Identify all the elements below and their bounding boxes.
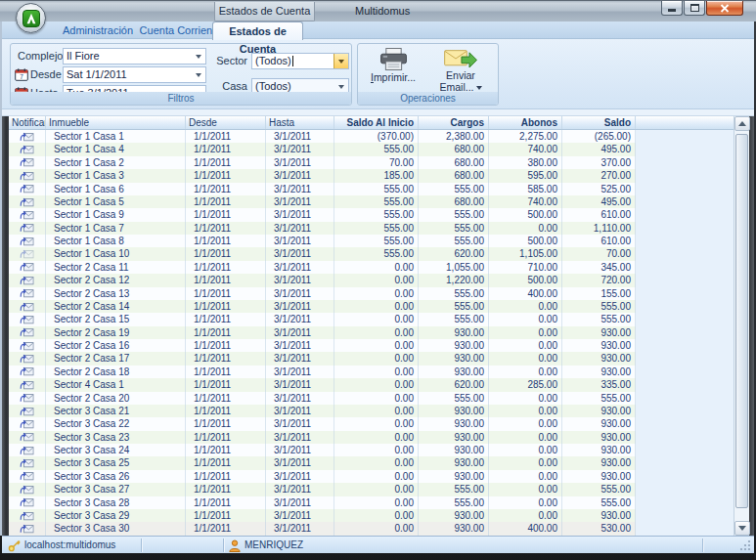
desde-cell[interactable]: 1/1/2011 xyxy=(186,300,266,313)
notify-email-icon[interactable] xyxy=(9,300,46,313)
desde-cell[interactable]: 1/1/2011 xyxy=(186,313,266,325)
table-row[interactable]: Sector 2 Casa 131/1/20113/1/20110.00555.… xyxy=(9,287,734,300)
desde-cell[interactable]: 1/1/2011 xyxy=(186,392,266,405)
inmueble-cell[interactable]: Sector 1 Casa 7 xyxy=(46,222,186,235)
abonos-cell[interactable]: 0.00 xyxy=(489,392,562,405)
notify-email-icon[interactable] xyxy=(9,195,46,208)
hasta-cell[interactable]: 3/1/2011 xyxy=(266,405,334,417)
hasta-cell[interactable]: 3/1/2011 xyxy=(266,130,334,143)
saldo-inicio-cell[interactable]: 555.00 xyxy=(334,143,419,155)
desde-cell[interactable]: 1/1/2011 xyxy=(186,235,266,247)
saldo-inicio-cell[interactable]: 0.00 xyxy=(334,509,419,522)
hasta-cell[interactable]: 3/1/2011 xyxy=(266,208,334,221)
desde-cell[interactable]: 1/1/2011 xyxy=(186,195,266,208)
cargos-cell[interactable]: 555.00 xyxy=(419,222,489,235)
hasta-cell[interactable]: 3/1/2011 xyxy=(266,483,334,495)
saldo-cell[interactable]: 930.00 xyxy=(562,417,636,430)
notify-email-icon[interactable] xyxy=(9,444,46,456)
table-row[interactable]: Sector 3 Casa 261/1/20113/1/20110.00930.… xyxy=(9,470,734,483)
abonos-cell[interactable]: 500.00 xyxy=(489,208,562,221)
desde-cell[interactable]: 1/1/2011 xyxy=(186,247,266,260)
table-row[interactable]: Sector 1 Casa 41/1/20113/1/2011555.00680… xyxy=(9,143,734,155)
saldo-cell[interactable]: 930.00 xyxy=(562,509,636,522)
saldo-inicio-cell[interactable]: 555.00 xyxy=(334,195,419,208)
column-header-inmueble[interactable]: Inmueble xyxy=(46,116,186,129)
saldo-inicio-cell[interactable]: 0.00 xyxy=(334,339,419,352)
saldo-inicio-cell[interactable]: 0.00 xyxy=(334,274,419,286)
inmueble-cell[interactable]: Sector 1 Casa 8 xyxy=(46,235,186,247)
cargos-cell[interactable]: 930.00 xyxy=(419,326,489,339)
inmueble-cell[interactable]: Sector 3 Casa 27 xyxy=(46,483,186,495)
desde-cell[interactable]: 1/1/2011 xyxy=(186,183,266,195)
inmueble-cell[interactable]: Sector 3 Casa 22 xyxy=(46,417,186,430)
notify-email-icon[interactable] xyxy=(9,169,46,182)
desde-cell[interactable]: 1/1/2011 xyxy=(186,352,266,365)
table-row[interactable]: Sector 1 Casa 61/1/20113/1/2011555.00555… xyxy=(9,183,734,195)
chevron-down-icon[interactable] xyxy=(196,73,201,77)
saldo-cell[interactable]: 495.00 xyxy=(562,143,636,155)
hasta-cell[interactable]: 3/1/2011 xyxy=(266,222,334,235)
saldo-cell[interactable]: 930.00 xyxy=(562,444,636,456)
cargos-cell[interactable]: 930.00 xyxy=(419,352,489,365)
table-row[interactable]: Sector 2 Casa 121/1/20113/1/20110.001,22… xyxy=(9,274,734,286)
abonos-cell[interactable]: 0.00 xyxy=(489,313,562,325)
table-row[interactable]: Sector 2 Casa 141/1/20113/1/20110.00555.… xyxy=(9,300,734,313)
hasta-cell[interactable]: 3/1/2011 xyxy=(266,143,334,155)
desde-cell[interactable]: 1/1/2011 xyxy=(186,405,266,417)
saldo-inicio-cell[interactable]: 0.00 xyxy=(334,313,419,325)
saldo-cell[interactable]: 555.00 xyxy=(562,483,636,495)
desde-cell[interactable]: 1/1/2011 xyxy=(186,169,266,182)
inmueble-cell[interactable]: Sector 3 Casa 30 xyxy=(46,522,186,535)
table-row[interactable]: Sector 1 Casa 31/1/20113/1/2011185.00680… xyxy=(9,169,734,182)
abonos-cell[interactable]: 740.00 xyxy=(489,143,562,155)
hasta-cell[interactable]: 3/1/2011 xyxy=(266,235,334,247)
hasta-cell[interactable]: 3/1/2011 xyxy=(266,444,334,456)
saldo-cell[interactable]: 370.00 xyxy=(562,156,636,169)
desde-cell[interactable]: 1/1/2011 xyxy=(186,509,266,522)
resize-grip[interactable] xyxy=(739,539,751,551)
hasta-cell[interactable]: 3/1/2011 xyxy=(266,509,334,522)
saldo-inicio-cell[interactable]: 0.00 xyxy=(334,287,419,300)
table-row[interactable]: Sector 2 Casa 201/1/20113/1/20110.00555.… xyxy=(9,392,734,405)
table-row[interactable]: Sector 1 Casa 11/1/20113/1/2011(370.00)2… xyxy=(9,130,734,143)
abonos-cell[interactable]: 0.00 xyxy=(489,405,562,417)
saldo-inicio-cell[interactable]: 555.00 xyxy=(334,222,419,235)
cargos-cell[interactable]: 555.00 xyxy=(419,313,489,325)
cargos-cell[interactable]: 620.00 xyxy=(419,247,489,260)
column-header-cargos[interactable]: Cargos xyxy=(419,116,489,129)
abonos-cell[interactable]: 0.00 xyxy=(489,456,562,469)
hasta-cell[interactable]: 3/1/2011 xyxy=(266,274,334,286)
table-row[interactable]: Sector 2 Casa 181/1/20113/1/20110.00930.… xyxy=(9,366,734,378)
table-row[interactable]: Sector 3 Casa 251/1/20113/1/20110.00930.… xyxy=(9,456,734,469)
cargos-cell[interactable]: 620.00 xyxy=(419,378,489,391)
table-row[interactable]: Sector 3 Casa 241/1/20113/1/20110.00930.… xyxy=(9,444,734,456)
cargos-cell[interactable]: 930.00 xyxy=(419,470,489,483)
notify-email-icon[interactable] xyxy=(9,339,46,352)
sector-dropdown-button[interactable] xyxy=(334,54,348,68)
saldo-inicio-cell[interactable]: 0.00 xyxy=(334,496,419,509)
abonos-cell[interactable]: 0.00 xyxy=(489,431,562,444)
hasta-cell[interactable]: 3/1/2011 xyxy=(266,183,334,195)
abonos-cell[interactable]: 740.00 xyxy=(489,195,562,208)
desde-cell[interactable]: 1/1/2011 xyxy=(186,339,266,352)
saldo-inicio-cell[interactable]: 0.00 xyxy=(334,444,419,456)
send-email-button[interactable]: Enviar Email... xyxy=(428,47,493,94)
cargos-cell[interactable]: 555.00 xyxy=(419,392,489,405)
saldo-inicio-cell[interactable]: 0.00 xyxy=(334,456,419,469)
saldo-inicio-cell[interactable]: 70.00 xyxy=(334,156,419,169)
column-header-notificar[interactable]: Notificar xyxy=(9,116,46,129)
chevron-down-icon[interactable] xyxy=(196,55,201,59)
inmueble-cell[interactable]: Sector 1 Casa 4 xyxy=(46,143,186,155)
saldo-cell[interactable]: 720.00 xyxy=(562,274,636,286)
desde-cell[interactable]: 1/1/2011 xyxy=(186,326,266,339)
hasta-cell[interactable]: 3/1/2011 xyxy=(266,195,334,208)
chevron-down-icon[interactable] xyxy=(338,85,344,89)
notify-email-icon[interactable] xyxy=(9,156,46,169)
saldo-cell[interactable]: 555.00 xyxy=(562,300,636,313)
abonos-cell[interactable]: 2,275.00 xyxy=(489,130,562,143)
print-button[interactable]: Imprimir... xyxy=(364,47,422,94)
saldo-cell[interactable]: 930.00 xyxy=(562,456,636,469)
close-button[interactable] xyxy=(706,1,743,16)
hasta-cell[interactable]: 3/1/2011 xyxy=(266,496,334,509)
cargos-cell[interactable]: 930.00 xyxy=(419,522,489,535)
